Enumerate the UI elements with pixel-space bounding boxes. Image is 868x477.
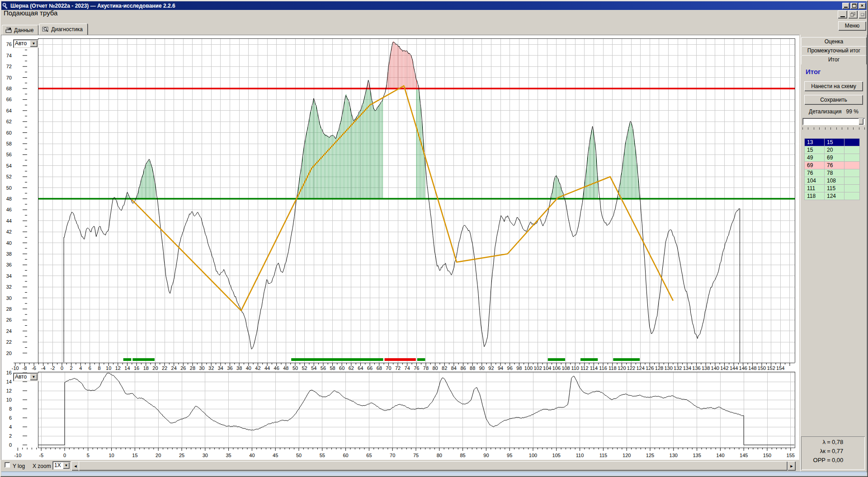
svg-text:76: 76: [6, 42, 12, 47]
table-row[interactable]: 104108: [805, 177, 860, 185]
lower-scale-combo[interactable]: Авто ▼: [13, 373, 38, 381]
svg-text:85: 85: [460, 453, 465, 458]
slider-ticks: [802, 127, 865, 131]
svg-text:150: 150: [763, 453, 771, 458]
scroll-right-icon[interactable]: ►: [788, 461, 796, 471]
title-bar: Шерна (Отчет №2022а - 2023) — Акустика-и…: [1, 1, 867, 10]
svg-text:70: 70: [390, 453, 395, 458]
horizontal-scrollbar[interactable]: [79, 461, 788, 471]
svg-text:66: 66: [6, 97, 12, 102]
svg-text:55: 55: [320, 453, 325, 458]
chevron-down-icon[interactable]: ▼: [30, 374, 38, 380]
svg-text:105: 105: [552, 453, 561, 458]
svg-text:36: 36: [6, 262, 12, 267]
svg-text:130: 130: [670, 453, 678, 458]
save-button[interactable]: Сохранить: [804, 95, 863, 105]
svg-text:75: 75: [413, 453, 419, 458]
svg-text:62: 62: [6, 119, 12, 124]
status-strip: [1, 472, 867, 476]
svg-text:24: 24: [6, 328, 12, 334]
svg-text:65: 65: [366, 453, 372, 458]
x-zoom-combo[interactable]: 1X ▼: [52, 461, 71, 470]
svg-text:72: 72: [6, 64, 12, 69]
table-row[interactable]: 6976: [805, 162, 860, 169]
svg-text:115: 115: [599, 453, 608, 458]
restore-icon[interactable]: [850, 3, 858, 9]
svg-text:26: 26: [6, 317, 12, 323]
svg-text:135: 135: [693, 453, 701, 458]
table-row[interactable]: 7678: [805, 169, 860, 177]
svg-text:5: 5: [87, 453, 90, 458]
svg-text:20: 20: [156, 453, 161, 458]
svg-text:50: 50: [296, 453, 302, 458]
svg-text:6: 6: [9, 415, 12, 421]
svg-text:28: 28: [6, 306, 12, 312]
y-log-checkbox[interactable]: [5, 462, 10, 468]
svg-text:-10: -10: [14, 453, 21, 458]
svg-text:45: 45: [273, 453, 278, 458]
svg-text:20: 20: [6, 351, 12, 356]
chevron-down-icon[interactable]: ▼: [63, 462, 70, 469]
svg-text:48: 48: [6, 196, 12, 201]
bottom-controls: Y log X zoom 1X ▼ ◄ ►: [1, 460, 799, 472]
panel-tab-itog[interactable]: Итог: [801, 55, 867, 65]
mdi-restore-icon[interactable]: [848, 10, 858, 19]
svg-text:140: 140: [716, 453, 724, 458]
svg-text:0: 0: [9, 442, 12, 448]
table-row[interactable]: 111115: [805, 185, 860, 192]
svg-text:56: 56: [6, 152, 12, 157]
svg-text:46: 46: [6, 207, 12, 212]
main-chart: 2022242628303234363840424446485052545658…: [0, 33, 799, 370]
x-zoom-label: X zoom: [33, 463, 51, 469]
svg-text:16: 16: [6, 370, 12, 375]
svg-text:70: 70: [6, 75, 12, 80]
svg-text:35: 35: [226, 453, 231, 458]
menu-button[interactable]: Меню: [838, 21, 866, 31]
page-title: Подающая труба: [4, 9, 57, 17]
svg-text:25: 25: [179, 453, 184, 458]
table-row[interactable]: 118124: [805, 192, 860, 200]
detail-row: Детализация 99 %: [800, 108, 867, 115]
lambda-row: λ=0,78: [801, 439, 865, 445]
mdi-minimize-icon[interactable]: [838, 10, 847, 19]
zones-table: 13151520496969767678104108111115118124: [804, 138, 860, 200]
svg-text:8: 8: [9, 406, 12, 412]
svg-text:52: 52: [6, 174, 12, 179]
close-icon[interactable]: ×: [859, 3, 866, 9]
table-row[interactable]: 4969: [805, 154, 860, 162]
svg-text:145: 145: [740, 453, 748, 458]
apply-to-scheme-button[interactable]: Нанести на схему: [804, 81, 863, 91]
svg-text:80: 80: [437, 453, 442, 458]
svg-text:30: 30: [6, 295, 12, 301]
svg-text:68: 68: [6, 86, 12, 91]
svg-text:30: 30: [203, 453, 208, 458]
svg-text:22: 22: [6, 339, 12, 345]
svg-text:34: 34: [6, 273, 12, 279]
lambda-box: λ=0,78λк=0,77ОРР=0,00: [801, 436, 865, 470]
svg-text:32: 32: [6, 284, 12, 290]
svg-text:40: 40: [249, 453, 255, 458]
svg-text:90: 90: [483, 453, 489, 458]
svg-text:155: 155: [787, 453, 795, 458]
svg-text:120: 120: [623, 453, 631, 458]
table-row[interactable]: 1315: [805, 139, 860, 146]
svg-text:42: 42: [6, 229, 12, 234]
chevron-down-icon[interactable]: ▼: [30, 40, 38, 47]
lambda-row: ОРР=0,00: [801, 457, 865, 463]
svg-text:12: 12: [6, 388, 12, 393]
detail-slider[interactable]: [802, 118, 865, 125]
panel-tab-promezhutochny-itog[interactable]: Промежуточный итог: [801, 46, 867, 56]
main-scale-combo[interactable]: Авто ▼: [13, 39, 38, 48]
slider-thumb[interactable]: [859, 118, 863, 125]
table-row[interactable]: 1520: [805, 146, 860, 154]
mdi-close-icon[interactable]: [859, 10, 866, 19]
detail-label: Детализация: [809, 108, 841, 115]
tab-diagnostika[interactable]: Диагностика: [39, 23, 88, 35]
svg-text:125: 125: [646, 453, 654, 458]
minimize-icon[interactable]: [842, 3, 849, 9]
valve-icon: [5, 27, 12, 33]
panel-tab-ocenka[interactable]: Оценка: [801, 37, 867, 47]
lambda-row: λк=0,77: [801, 448, 865, 454]
svg-text:58: 58: [6, 141, 12, 146]
right-panel: Оценка Промежуточный итог Итог Итог Нане…: [800, 35, 867, 472]
